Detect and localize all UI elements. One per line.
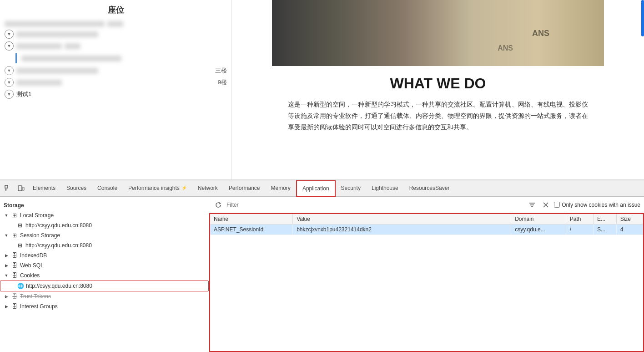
tab-security[interactable]: Security xyxy=(336,180,366,197)
sidebar-item-session-storage[interactable]: ⊞ Session Storage xyxy=(0,230,209,240)
svg-rect-3 xyxy=(18,186,22,191)
expand-arrow[interactable] xyxy=(4,273,9,278)
sidebar-item-local-storage[interactable]: ⊞ Local Storage xyxy=(0,210,209,220)
test-label: 测试1 xyxy=(16,90,31,98)
blurred-block xyxy=(21,56,121,61)
devtools-sidebar: Storage ⊞ Local Storage ⊞ http://csyy.qd… xyxy=(0,197,209,352)
blurred-row-1 xyxy=(5,21,227,27)
floor-label-2: 9楼 xyxy=(218,78,227,87)
right-panel: ANS WHAT WE DO 这是一种新型的空间，一种新型的学习模式，一种共享的… xyxy=(232,0,644,179)
arrow-btn[interactable]: ▼ xyxy=(5,41,14,51)
blurred-row-6: ▼ 9楼 xyxy=(5,78,227,87)
sidebar-item-indexeddb[interactable]: 🗄 IndexedDB xyxy=(0,250,209,260)
col-value: Value xyxy=(293,214,511,224)
cell-expires: S... xyxy=(594,224,617,235)
crowd-image: ANS xyxy=(272,0,604,66)
scrollbar-thumb[interactable] xyxy=(641,0,644,36)
grid-icon: ⊞ xyxy=(11,212,18,219)
only-issues-label[interactable]: Only show cookies with an issue xyxy=(554,202,640,208)
tab-console[interactable]: Console xyxy=(92,180,123,197)
arrow-btn[interactable]: ▼ xyxy=(5,78,14,87)
filter-options-icon[interactable] xyxy=(527,199,538,210)
grid-icon: ⊞ xyxy=(11,232,18,239)
tab-lighthouse[interactable]: Lighthouse xyxy=(366,180,404,197)
cell-size: 4 xyxy=(616,224,643,235)
svg-rect-4 xyxy=(22,187,24,190)
image-content: ANS xyxy=(272,0,604,66)
expand-arrow[interactable] xyxy=(4,263,9,268)
cookie-table: Name Value Domain Path E... Size ASP.NET… xyxy=(210,214,643,235)
expand-arrow[interactable] xyxy=(4,304,9,309)
page-heading: WHAT WE DO xyxy=(390,75,486,92)
arrow-btn[interactable]: ▼ xyxy=(5,66,14,75)
grid-icon: ⊞ xyxy=(16,242,24,249)
tab-network[interactable]: Network xyxy=(192,180,223,197)
inspect-icon[interactable] xyxy=(2,182,15,195)
svg-rect-0 xyxy=(5,185,8,188)
expand-arrow[interactable] xyxy=(4,294,9,299)
tab-performance-insights[interactable]: Performance insights ⚡ xyxy=(123,180,192,197)
sidebar-item-session-storage-url[interactable]: ⊞ http://csyy.qdu.edu.cn:8080 xyxy=(0,240,209,250)
arrow-btn[interactable]: ▼ xyxy=(5,30,14,39)
cell-path: / xyxy=(566,224,593,235)
selection-bar xyxy=(15,53,17,63)
db-icon: 🗄 xyxy=(11,262,18,269)
blurred-row-5: ▼ 三楼 xyxy=(5,66,227,75)
device-icon[interactable] xyxy=(15,182,27,195)
blurred-row-4 xyxy=(15,53,227,63)
col-name: Name xyxy=(210,214,293,224)
cookie-table-wrapper: Name Value Domain Path E... Size ASP.NET… xyxy=(209,213,644,352)
only-issues-checkbox[interactable] xyxy=(554,202,560,208)
sidebar-item-interest-groups[interactable]: 🗄 Interest Groups xyxy=(0,301,209,311)
table-row[interactable]: ASP.NET_SessionId bhkzcjxvnxb1pu42321414… xyxy=(210,224,643,235)
tab-application[interactable]: Application xyxy=(296,180,336,197)
left-panel: 座位 ▼ ▼ ▼ 三楼 xyxy=(0,0,232,179)
sidebar-item-websql[interactable]: 🗄 Web SQL xyxy=(0,260,209,270)
sidebar-item-local-storage-url[interactable]: ⊞ http://csyy.qdu.edu.cn:8080 xyxy=(0,220,209,230)
devtools-tab-bar: Elements Sources Console Performance ins… xyxy=(0,180,644,197)
col-expires: E... xyxy=(594,214,617,224)
webpage-area: 座位 ▼ ▼ ▼ 三楼 xyxy=(0,0,644,180)
blurred-block xyxy=(5,21,105,27)
col-domain: Domain xyxy=(511,214,566,224)
cell-value: bhkzcjxvnxb1pu42321414dkn2 xyxy=(293,224,511,235)
tab-memory[interactable]: Memory xyxy=(266,180,296,197)
blurred-block xyxy=(65,43,80,49)
page-scrollbar[interactable] xyxy=(641,0,644,352)
db-icon: 🗄 xyxy=(11,293,18,300)
sidebar-item-trust-tokens[interactable]: 🗄 Trust Tokens xyxy=(0,291,209,301)
table-body: ASP.NET_SessionId bhkzcjxvnxb1pu42321414… xyxy=(210,224,643,235)
tab-performance[interactable]: Performance xyxy=(223,180,266,197)
storage-section-title: Storage xyxy=(0,200,209,210)
expand-arrow[interactable] xyxy=(4,233,9,238)
tab-sources[interactable]: Sources xyxy=(61,180,92,197)
left-panel-title: 座位 xyxy=(5,5,227,15)
expand-arrow[interactable] xyxy=(4,213,9,218)
filter-input[interactable] xyxy=(226,202,524,208)
performance-insights-icon: ⚡ xyxy=(181,185,187,190)
blurred-block xyxy=(16,80,62,86)
blurred-row-7: ▼ 测试1 xyxy=(5,90,227,99)
cell-name: ASP.NET_SessionId xyxy=(210,224,293,235)
page-body-text: 这是一种新型的空间，一种新型的学习模式，一种共享的交流社区。配置计算机、网络、有… xyxy=(279,99,597,133)
blurred-row-3: ▼ xyxy=(5,41,227,51)
tab-elements[interactable]: Elements xyxy=(27,180,61,197)
sidebar-item-cookies[interactable]: 🗄 Cookies xyxy=(0,270,209,281)
devtools-main-panel: Only show cookies with an issue Name Val… xyxy=(209,197,644,352)
refresh-button[interactable] xyxy=(213,199,224,210)
db-icon: 🗄 xyxy=(11,252,18,259)
sidebar-item-cookies-url[interactable]: 🌐 http://csyy.qdu.edu.cn:8080 xyxy=(0,281,209,291)
tab-resourcessaver[interactable]: ResourcesSaver xyxy=(404,180,455,197)
clear-filter-icon[interactable] xyxy=(540,199,551,210)
col-path: Path xyxy=(566,214,593,224)
devtools-content: Storage ⊞ Local Storage ⊞ http://csyy.qd… xyxy=(0,197,644,352)
floor-label-1: 三楼 xyxy=(215,66,227,75)
col-size: Size xyxy=(616,214,643,224)
blurred-block xyxy=(107,21,123,27)
arrow-btn[interactable]: ▼ xyxy=(5,90,14,99)
blurred-block xyxy=(16,43,62,49)
db-icon: 🗄 xyxy=(11,303,18,310)
expand-arrow[interactable] xyxy=(4,253,9,258)
globe-icon: 🌐 xyxy=(17,282,24,290)
ans-label: ANS xyxy=(498,44,513,52)
